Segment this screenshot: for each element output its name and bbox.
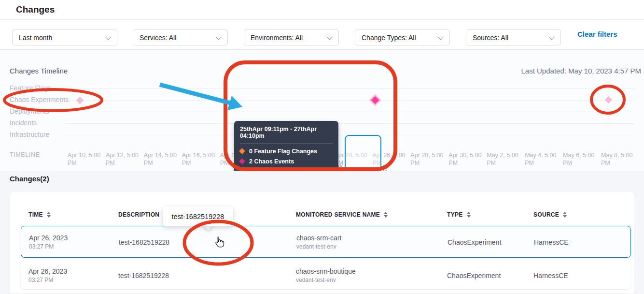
cell-source: HarnessCE bbox=[534, 238, 569, 246]
row-date: Apr 26, 2023 bbox=[28, 267, 67, 275]
filter-select-environments-all[interactable]: Environments: All bbox=[244, 29, 339, 45]
timeline-row-track bbox=[65, 123, 634, 124]
cell-type: ChaosExperiment bbox=[447, 272, 501, 279]
tick-line1: May 4, 5:00 bbox=[525, 151, 561, 159]
tick-line2: PM bbox=[601, 159, 638, 167]
tick-line1: Apr 16, 5:00 bbox=[182, 151, 219, 159]
tick-line2: PM bbox=[144, 159, 181, 167]
tick-line1: Apr 28, 5:00 bbox=[410, 151, 447, 159]
filter-bar: Last monthServices: AllEnvironments: All… bbox=[0, 20, 644, 50]
timeline-row-label-incidents: Incidents bbox=[10, 119, 37, 127]
tick-line2: PM bbox=[410, 159, 447, 167]
table-row[interactable]: Apr 26, 202303:27 PMtest-1682519228chaos… bbox=[21, 226, 631, 258]
row-environment: vedant-test-env bbox=[296, 243, 341, 250]
tooltip-date-range: 25thApr 09:11pm - 27thApr 04:10pm bbox=[240, 126, 333, 139]
changes-table: TIMEDESCRIPTIONMONITORED SERVICE NAMETYP… bbox=[10, 191, 634, 294]
timeline-tick: Apr 10, 5:00PM bbox=[68, 151, 104, 167]
tick-line1: Apr 14, 5:00 bbox=[144, 151, 181, 159]
changes-table-section: Changes(2) TIMEDESCRIPTIONMONITORED SERV… bbox=[0, 171, 644, 294]
tick-line1: Apr 12, 5:00 bbox=[106, 151, 142, 159]
cell-time: Apr 26, 202303:27 PM bbox=[28, 267, 67, 283]
tooltip-legend-item: 0 Feature Flag Changes bbox=[240, 146, 333, 156]
tick-line2: PM bbox=[106, 159, 142, 167]
description-tooltip-label: test-1682519228 bbox=[172, 213, 224, 220]
timeline-row-track bbox=[65, 112, 634, 112]
tick-line1: Apr 30, 5:00 bbox=[448, 151, 485, 159]
chevron-down-icon bbox=[216, 34, 221, 40]
filter-select-value: Services: All bbox=[140, 34, 176, 42]
sort-icon bbox=[47, 212, 51, 218]
sort-down-arrow bbox=[384, 215, 388, 218]
timeline-row-label-deployments: Deployments bbox=[10, 107, 49, 115]
cell-source: HarnessCE bbox=[533, 272, 568, 279]
tick-line1: May 2, 5:00 bbox=[487, 151, 523, 159]
column-header-label: SOURCE bbox=[533, 211, 559, 218]
column-header-label: TYPE bbox=[447, 211, 463, 218]
filter-select-value: Environments: All bbox=[251, 34, 303, 42]
chevron-down-icon bbox=[438, 34, 443, 40]
legend-diamond-icon bbox=[239, 148, 245, 154]
timeline-title: Changes Timeline bbox=[10, 67, 68, 75]
legend-item-label: 0 Feature Flag Changes bbox=[249, 148, 317, 155]
timeline-tick: Apr 28, 5:00PM bbox=[410, 151, 447, 167]
sort-down-arrow bbox=[47, 215, 51, 218]
cell-time: Apr 26, 202303:27 PM bbox=[29, 234, 68, 250]
tick-line1: Apr 10, 5:00 bbox=[68, 151, 104, 159]
tick-line1: May 6, 5:00 bbox=[563, 151, 600, 159]
cell-description: test-1682519228 bbox=[119, 238, 169, 246]
tooltip-legend-item: 2 Chaos Events bbox=[240, 156, 333, 166]
row-service-name: chaos-srm-cart bbox=[296, 234, 341, 242]
timeline-row-label-chaos-experiments: Chaos Experiments bbox=[10, 96, 69, 103]
row-environment: vedant-test-env bbox=[296, 277, 356, 283]
filter-select-change-types-all[interactable]: Change Types: All bbox=[355, 29, 450, 45]
chaos-event-marker[interactable] bbox=[76, 96, 84, 104]
timeline-tick: Apr 12, 5:00PM bbox=[106, 151, 142, 167]
chevron-down-icon bbox=[105, 34, 111, 40]
column-header-label: MONITORED SERVICE NAME bbox=[296, 211, 380, 218]
timeline-row-track bbox=[65, 88, 634, 89]
column-header-description[interactable]: DESCRIPTION bbox=[118, 211, 167, 218]
table-row[interactable]: Apr 26, 202303:27 PMtest-1682519228chaos… bbox=[21, 262, 631, 289]
filter-select-services-all[interactable]: Services: All bbox=[133, 29, 228, 45]
filter-select-value: Sources: All bbox=[473, 34, 508, 42]
filter-select-value: Last month bbox=[19, 34, 52, 42]
row-date: Apr 26, 2023 bbox=[29, 234, 68, 242]
changes-count-heading: Changes(2) bbox=[10, 175, 49, 183]
cell-monitored-service: chaos-srm-cartvedant-test-env bbox=[296, 234, 341, 250]
column-header-time[interactable]: TIME bbox=[28, 211, 51, 218]
row-time: 03:27 PM bbox=[29, 243, 68, 250]
sort-up-arrow bbox=[384, 212, 388, 214]
sort-icon bbox=[563, 212, 567, 218]
timeline-row-track bbox=[65, 100, 634, 101]
timeline-tick: Apr 14, 5:00PM bbox=[144, 151, 181, 167]
timeline-tick: Apr 16, 5:00PM bbox=[182, 151, 219, 167]
timeline-row-label-feature-flags: Feature Flags bbox=[10, 84, 51, 92]
chaos-event-marker[interactable] bbox=[604, 96, 612, 103]
changes-page: Changes Last monthServices: AllEnvironme… bbox=[0, 0, 644, 294]
sort-down-arrow bbox=[467, 215, 471, 218]
column-header-label: DESCRIPTION bbox=[118, 211, 159, 218]
filter-select-value: Change Types: All bbox=[362, 34, 416, 42]
column-header-type[interactable]: TYPE bbox=[447, 211, 471, 218]
column-header-label: TIME bbox=[28, 211, 43, 218]
cell-description: test-1682519228 bbox=[118, 272, 169, 279]
clear-filters-link[interactable]: Clear filters bbox=[577, 30, 617, 38]
timeline-tick: Apr 30, 5:00PM bbox=[448, 151, 485, 167]
row-service-name: chaos-srm-boutique bbox=[296, 267, 356, 275]
filter-select-last-month[interactable]: Last month bbox=[12, 29, 117, 45]
chaos-event-marker[interactable] bbox=[371, 96, 379, 104]
chevron-down-icon bbox=[327, 34, 332, 40]
changes-timeline-section: Changes Timeline Last Updated: May 10, 2… bbox=[0, 50, 644, 171]
legend-diamond-icon bbox=[239, 158, 245, 164]
timeline-tick: May 2, 5:00PM bbox=[487, 151, 523, 167]
cell-monitored-service: chaos-srm-boutiquevedant-test-env bbox=[296, 267, 356, 283]
column-header-monitored-service-name[interactable]: MONITORED SERVICE NAME bbox=[296, 211, 388, 218]
description-tooltip: test-1682519228 bbox=[163, 206, 233, 226]
timeline-tick: May 4, 5:00PM bbox=[525, 151, 561, 167]
sort-icon bbox=[384, 212, 388, 218]
filter-select-sources-all[interactable]: Sources: All bbox=[466, 29, 561, 45]
column-header-source[interactable]: SOURCE bbox=[533, 211, 567, 218]
chevron-down-icon bbox=[549, 34, 554, 40]
timeline-tick: May 8, 5:00PM bbox=[601, 151, 638, 167]
sort-up-arrow bbox=[47, 212, 51, 214]
